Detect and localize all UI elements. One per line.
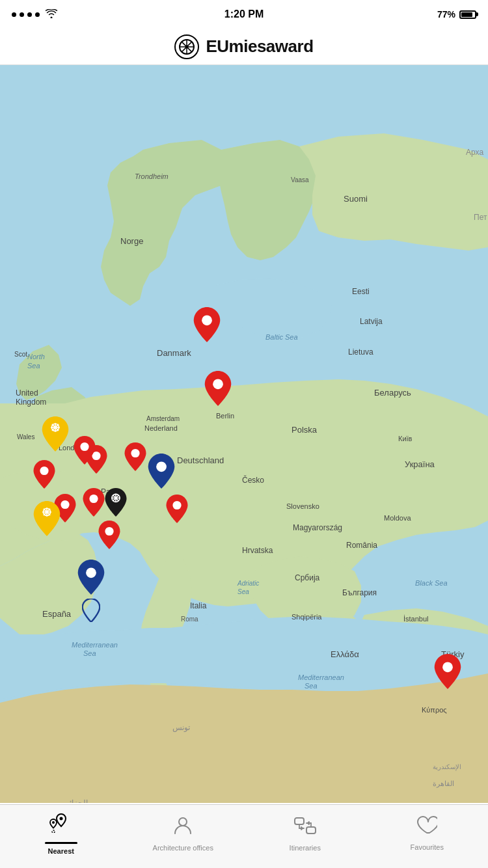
signal-dot-1 <box>12 12 16 17</box>
map-pin-blue-germany[interactable] <box>147 454 176 491</box>
svg-rect-96 <box>306 827 316 834</box>
time-display: 1:20 PM <box>224 8 264 20</box>
map-pin-yellow2[interactable] <box>33 501 61 539</box>
svg-text:Scot.: Scot. <box>14 351 29 358</box>
map-pin-denmark[interactable] <box>193 307 221 345</box>
svg-point-73 <box>442 662 453 672</box>
svg-point-91 <box>52 830 55 833</box>
svg-text:Česko: Česko <box>242 475 264 485</box>
svg-text:Norge: Norge <box>120 236 143 246</box>
app-logo <box>174 34 199 59</box>
itineraries-icon <box>293 815 317 841</box>
svg-text:Mediterranean: Mediterranean <box>298 673 344 681</box>
svg-text:Kingdom: Kingdom <box>16 398 46 407</box>
tab-architecture-offices[interactable]: Architecture offices <box>122 805 245 868</box>
svg-text:Київ: Київ <box>398 435 413 442</box>
map-pin-france3[interactable] <box>33 460 56 491</box>
app-title: EUmiesaward <box>206 36 313 57</box>
map-pin-cyprus[interactable] <box>433 654 462 692</box>
svg-text:Ελλάδα: Ελλάδα <box>331 649 359 659</box>
tab-favourites-label: Favourites <box>411 843 444 851</box>
map-pin-blue-spain2[interactable] <box>82 599 100 625</box>
tab-itineraries-label: Itineraries <box>290 844 321 852</box>
map-pin-blue-spain[interactable] <box>77 560 105 597</box>
svg-rect-95 <box>295 818 304 824</box>
svg-text:United: United <box>16 388 38 398</box>
svg-text:Danmark: Danmark <box>157 348 191 358</box>
svg-text:Hrvatska: Hrvatska <box>242 546 273 555</box>
tab-itineraries[interactable]: Itineraries <box>244 805 366 868</box>
svg-text:România: România <box>346 541 377 550</box>
svg-text:Арха: Арха <box>466 148 483 157</box>
map-pin-orange[interactable] <box>104 488 128 519</box>
svg-text:Adriatic: Adriatic <box>237 580 259 587</box>
svg-text:Пет: Пет <box>474 213 487 222</box>
svg-text:Vaasa: Vaasa <box>291 176 309 183</box>
svg-point-74 <box>156 461 167 472</box>
svg-text:España: España <box>42 609 72 619</box>
svg-text:Shqipëria: Shqipëria <box>291 613 322 621</box>
svg-text:Wales: Wales <box>17 433 34 441</box>
tab-favourites[interactable]: Favourites <box>366 805 489 868</box>
svg-text:Latvija: Latvija <box>360 317 383 326</box>
tab-architecture-offices-label: Architecture offices <box>153 844 213 852</box>
svg-point-94 <box>179 818 187 826</box>
svg-text:Italia: Italia <box>190 601 207 610</box>
svg-point-69 <box>89 495 98 503</box>
svg-text:Lietuva: Lietuva <box>348 347 373 357</box>
app-header: EUmiesaward <box>0 29 488 65</box>
svg-text:Україна: Україна <box>405 459 435 469</box>
svg-text:Sea: Sea <box>27 362 40 370</box>
map-pin-yellow1[interactable] <box>41 416 70 454</box>
tab-bar: Nearest Architecture offices Itineraries <box>0 804 488 868</box>
svg-text:Amsterdam: Amsterdam <box>146 415 180 422</box>
svg-point-63 <box>202 315 212 325</box>
svg-text:Slovensko: Slovensko <box>286 502 319 510</box>
map-container[interactable]: Trondheim Vaasa Suomi Norge North Sea Ee… <box>0 65 488 803</box>
map-pin-berlin[interactable] <box>204 371 232 409</box>
svg-text:Polska: Polska <box>291 425 318 435</box>
svg-point-5 <box>185 45 189 48</box>
svg-text:Magyarország: Magyarország <box>293 523 342 532</box>
svg-point-68 <box>61 500 69 509</box>
signal-dot-4 <box>35 12 40 17</box>
svg-point-92 <box>59 817 62 820</box>
map-pin-swiss[interactable] <box>165 495 189 526</box>
svg-text:Sea: Sea <box>305 682 318 690</box>
tab-nearest[interactable]: Nearest <box>0 805 122 868</box>
svg-text:Беларусь: Беларусь <box>374 388 411 398</box>
map-pin-france1[interactable] <box>124 442 147 474</box>
favourites-icon <box>416 816 437 840</box>
svg-text:Roma: Roma <box>181 616 198 623</box>
svg-text:Berlin: Berlin <box>216 412 234 420</box>
svg-text:تونس: تونس <box>172 723 190 732</box>
svg-text:Nederland: Nederland <box>144 424 178 432</box>
signal-dot-3 <box>27 12 32 17</box>
map-pin-sw2[interactable] <box>82 488 105 519</box>
svg-text:Mediterranean: Mediterranean <box>72 641 118 649</box>
svg-text:القاهرة: القاهرة <box>433 780 454 788</box>
svg-text:North: North <box>27 353 45 360</box>
wifi-icon <box>46 9 57 20</box>
battery-icon <box>459 10 476 19</box>
svg-text:Sea: Sea <box>237 588 249 595</box>
svg-point-72 <box>80 442 88 451</box>
svg-text:Trondheim: Trondheim <box>135 172 169 180</box>
svg-text:Sea: Sea <box>83 649 96 657</box>
signal-indicators <box>12 9 57 20</box>
nearest-icon <box>47 812 75 837</box>
map-pin-sw3[interactable] <box>98 521 121 552</box>
map-pin-france4[interactable] <box>73 436 96 467</box>
svg-point-93 <box>52 821 55 824</box>
status-bar: 1:20 PM 77% <box>0 0 488 29</box>
svg-point-65 <box>131 449 139 457</box>
svg-text:İstanbul: İstanbul <box>403 615 429 623</box>
svg-text:Eesti: Eesti <box>352 287 370 296</box>
svg-text:Moldova: Moldova <box>384 514 411 522</box>
svg-text:Black Sea: Black Sea <box>415 579 448 587</box>
svg-text:الجزائر: الجزائر <box>64 798 88 803</box>
battery-indicator: 77% <box>437 9 476 20</box>
svg-point-67 <box>40 467 48 475</box>
svg-text:الإسكندرية: الإسكندرية <box>433 763 461 771</box>
svg-text:Suomi: Suomi <box>344 194 368 204</box>
